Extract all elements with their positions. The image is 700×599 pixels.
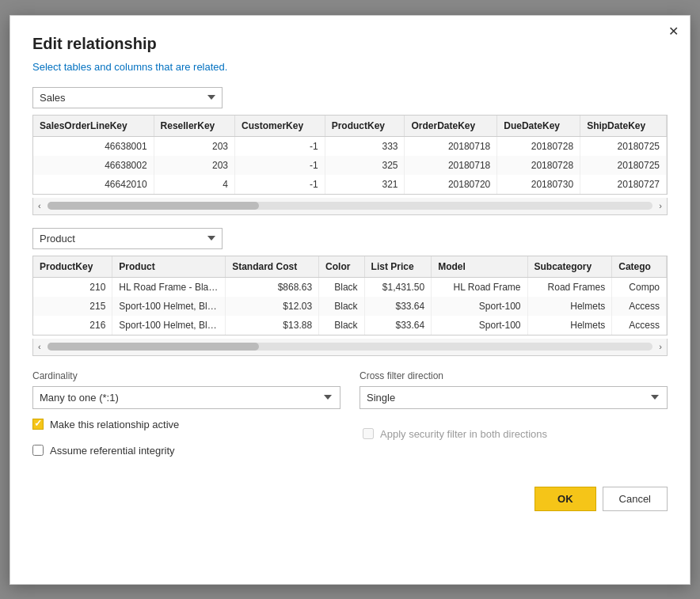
col-standardcost: Standard Cost (226, 256, 319, 278)
table1-data: SalesOrderLineKey ResellerKey CustomerKe… (33, 116, 667, 194)
col-orderdatekey: OrderDateKey (405, 116, 497, 137)
active-checkbox-row: Make this relationship active (32, 419, 337, 430)
table-row: 46638002 203 -1 325 20180718 20180728 20… (33, 156, 667, 175)
dialog-subtitle: Select tables and columns that are relat… (32, 61, 668, 73)
scroll-thumb (48, 202, 260, 210)
col-subcategory: Subcategory (527, 256, 612, 278)
referential-checkbox-row: Assume referential integrity (32, 445, 337, 457)
table-row: 46642010 4 -1 321 20180720 20180730 2018… (33, 175, 667, 194)
scroll-left-btn2[interactable]: ‹ (35, 338, 44, 355)
col-category: Catego (612, 256, 667, 278)
table2-header-row: ProductKey Product Standard Cost Color L… (33, 256, 667, 278)
cardinality-label: Cardinality (32, 370, 340, 381)
scroll-right-btn[interactable]: › (656, 197, 665, 214)
col-model: Model (432, 256, 527, 278)
edit-relationship-dialog: ✕ Edit relationship Select tables and co… (10, 15, 690, 585)
table1-container: SalesOrderLineKey ResellerKey CustomerKe… (32, 115, 668, 195)
cancel-button[interactable]: Cancel (603, 487, 668, 511)
col-salesorderlinekey: SalesOrderLineKey (33, 116, 154, 137)
dialog-footer: OK Cancel (32, 476, 668, 511)
col-productkey: ProductKey (325, 116, 405, 137)
scroll-left-btn[interactable]: ‹ (35, 197, 44, 214)
security-checkbox-row: Apply security filter in both directions (363, 428, 668, 440)
table-row: 210 HL Road Frame - Black, 58 $868.63 Bl… (33, 277, 667, 297)
table1-header-row: SalesOrderLineKey ResellerKey CustomerKe… (33, 116, 667, 137)
ok-button[interactable]: OK (535, 487, 596, 511)
dialog-title: Edit relationship (32, 35, 668, 53)
col-shipdatekey: ShipDateKey (580, 116, 667, 137)
crossfilter-label: Cross filter direction (360, 370, 668, 381)
active-checkbox[interactable] (32, 419, 44, 430)
table2-data: ProductKey Product Standard Cost Color L… (33, 256, 667, 335)
scroll-thumb2 (48, 343, 260, 351)
cardinality-group: Cardinality Many to one (*:1) One to one… (32, 370, 340, 409)
col-resellerkey: ResellerKey (154, 116, 234, 137)
table-row: 46638001 203 -1 333 20180718 20180728 20… (33, 136, 667, 156)
col-product: Product (112, 256, 226, 278)
security-checkbox-label: Apply security filter in both directions (380, 428, 547, 440)
table2-select[interactable]: Product (32, 228, 223, 249)
right-checkboxes: Apply security filter in both directions (363, 419, 668, 457)
referential-checkbox-label: Assume referential integrity (50, 445, 175, 457)
col-customerkey: CustomerKey (235, 116, 325, 137)
col-listprice: List Price (364, 256, 432, 278)
cardinality-select[interactable]: Many to one (*:1) One to one (1:1) One t… (32, 386, 340, 409)
col-duedatekey: DueDateKey (497, 116, 580, 137)
referential-checkbox[interactable] (32, 445, 44, 456)
table1-select[interactable]: Sales (32, 87, 223, 108)
col-productkey2: ProductKey (33, 256, 112, 278)
crossfilter-select[interactable]: Single Both (360, 386, 668, 409)
col-color: Color (319, 256, 365, 278)
crossfilter-group: Cross filter direction Single Both (360, 370, 668, 409)
checkbox-section: Make this relationship active Assume ref… (32, 409, 668, 457)
table2-container: ProductKey Product Standard Cost Color L… (32, 256, 668, 336)
scroll-right-btn2[interactable]: › (656, 338, 665, 355)
left-checkboxes: Make this relationship active Assume ref… (32, 409, 337, 457)
active-checkbox-label: Make this relationship active (50, 419, 179, 430)
table-row: 215 Sport-100 Helmet, Black $12.03 Black… (33, 297, 667, 316)
security-checkbox (363, 428, 374, 439)
table1-scrollbar[interactable]: ‹ › (32, 198, 668, 215)
scroll-track2 (48, 343, 653, 351)
table-row: 216 Sport-100 Helmet, Black $13.88 Black… (33, 316, 667, 335)
scroll-track (48, 202, 653, 210)
close-button[interactable]: ✕ (668, 25, 679, 38)
controls-section: Cardinality Many to one (*:1) One to one… (32, 370, 668, 409)
table2-scrollbar[interactable]: ‹ › (32, 339, 668, 356)
